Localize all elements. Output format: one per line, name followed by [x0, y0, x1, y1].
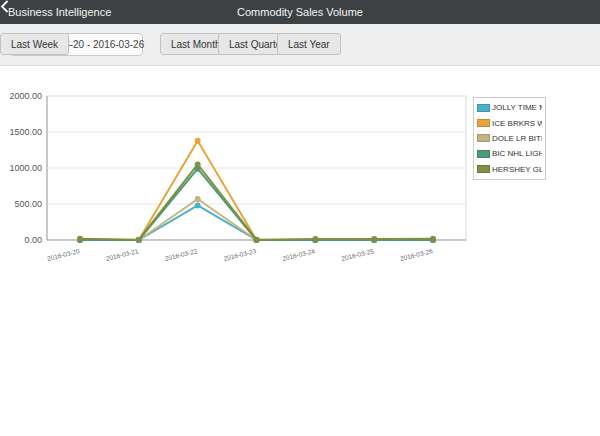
app-header: Business Intelligence Commodity Sales Vo…	[0, 0, 600, 24]
back-button-label: Business Intelligence	[8, 6, 111, 18]
data-point-dole-lr-bite[interactable]	[195, 196, 201, 202]
x-tick-label: 2016-03-21	[105, 247, 139, 262]
data-point-ice-brkrs[interactable]	[195, 138, 201, 144]
x-tick-label: 2016-03-26	[399, 247, 433, 262]
legend-swatch	[477, 104, 490, 112]
filter-toolbar: Last Week Last Month Last Quarter Last Y…	[0, 24, 600, 66]
chevron-left-icon	[0, 0, 9, 13]
data-point-hershey[interactable]	[371, 236, 377, 242]
legend-item-hershey[interactable]: HERSHEY GLO...	[477, 162, 542, 177]
legend-label: JOLLY TIME MI...	[492, 103, 542, 112]
data-point-hershey[interactable]	[312, 236, 318, 242]
x-tick-label: 2016-03-22	[164, 247, 198, 262]
y-tick-label: 2000.00	[9, 91, 42, 101]
chart-legend: JOLLY TIME MI...ICE BRKRS WI...DOLE LR B…	[473, 97, 546, 180]
data-point-hershey[interactable]	[430, 236, 436, 242]
legend-swatch	[477, 119, 490, 127]
legend-label: HERSHEY GLO...	[492, 165, 542, 174]
legend-item-jolly-time[interactable]: JOLLY TIME MI...	[477, 100, 542, 115]
data-point-hershey[interactable]	[77, 236, 83, 242]
legend-item-dole-lr-bite[interactable]: DOLE LR BITE...	[477, 131, 542, 146]
data-point-hershey[interactable]	[136, 237, 142, 243]
legend-label: DOLE LR BITE...	[492, 134, 542, 143]
legend-swatch	[477, 134, 490, 142]
x-tick-label: 2016-03-23	[223, 247, 257, 262]
legend-label: ICE BRKRS WI...	[492, 119, 542, 128]
data-point-hershey[interactable]	[254, 237, 260, 243]
app-window: 0.00500.001000.001500.002000.002016-03-2…	[0, 0, 600, 436]
last-week-button[interactable]: Last Week	[0, 33, 69, 55]
legend-item-bic-nhl[interactable]: BIC NHL LIGH...	[477, 146, 542, 161]
x-tick-label: 2016-03-24	[282, 247, 316, 262]
y-tick-label: 1500.00	[9, 127, 42, 137]
legend-swatch	[477, 150, 490, 158]
legend-label: BIC NHL LIGH...	[492, 149, 542, 158]
y-tick-label: 1000.00	[9, 163, 42, 173]
legend-swatch	[477, 165, 490, 173]
data-point-hershey[interactable]	[195, 161, 201, 167]
x-tick-label: 2016-03-20	[46, 247, 80, 262]
last-year-button[interactable]: Last Year	[277, 33, 341, 55]
back-button[interactable]: Business Intelligence	[0, 0, 119, 24]
y-tick-label: 0.00	[24, 235, 42, 245]
legend-item-ice-brkrs[interactable]: ICE BRKRS WI...	[477, 115, 542, 130]
y-tick-label: 500.00	[14, 199, 42, 209]
x-tick-label: 2016-03-25	[340, 247, 374, 262]
data-point-jolly-time[interactable]	[195, 202, 201, 208]
